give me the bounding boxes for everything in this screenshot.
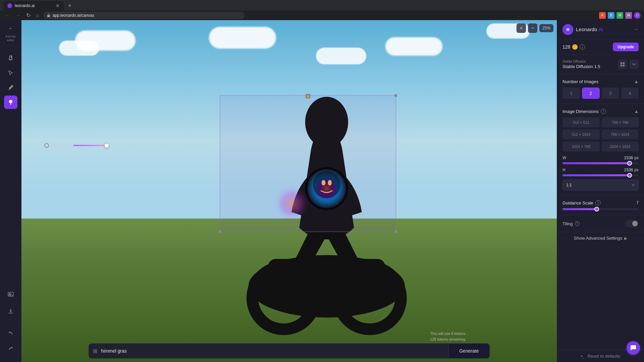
mask-slider-thumb[interactable] xyxy=(104,143,109,148)
cloud-4 xyxy=(316,48,366,64)
reset-defaults-label: Reset to defaults xyxy=(588,354,621,359)
chat-bubble-button[interactable] xyxy=(627,341,640,355)
dimensions-collapse[interactable]: ▲ xyxy=(634,109,639,114)
width-slider-fill xyxy=(562,162,630,164)
mask-slider-track[interactable] xyxy=(73,145,107,146)
undo-button[interactable] xyxy=(4,326,17,340)
logo-dot: .Ai xyxy=(597,26,603,32)
extension-icon-2[interactable]: B xyxy=(608,12,614,19)
profile-button[interactable]: U xyxy=(634,12,641,19)
svg-point-15 xyxy=(322,180,326,185)
width-slider-row: W 1536 px xyxy=(562,156,639,164)
svg-rect-19 xyxy=(621,62,622,64)
tiling-toggle[interactable] xyxy=(625,220,639,227)
dim-768x1024[interactable]: 768 × 1024 xyxy=(602,129,639,139)
extension-icon-1[interactable]: A xyxy=(599,12,606,19)
num-btn-4[interactable]: 4 xyxy=(621,87,639,99)
zoom-level[interactable]: 25% xyxy=(539,24,553,32)
inpaint-tool-button[interactable] xyxy=(4,96,17,109)
add-image-button[interactable] xyxy=(4,288,17,301)
model-dropdown-button[interactable] xyxy=(629,60,639,69)
svg-point-18 xyxy=(566,28,570,31)
dim-512x512[interactable]: 512 × 512 xyxy=(562,117,600,127)
dimensions-info-icon[interactable]: ? xyxy=(601,109,606,114)
prompt-input[interactable] xyxy=(101,344,448,358)
upgrade-button[interactable]: Upgrade xyxy=(613,43,639,51)
home-button[interactable]: ⌂ xyxy=(35,12,41,19)
generate-button[interactable]: Generate xyxy=(448,344,489,358)
exit-editor-button[interactable]: ← Exit the editor xyxy=(6,23,16,33)
num-images-grid: 1 2 3 4 xyxy=(562,87,639,99)
height-slider-thumb[interactable] xyxy=(627,173,632,178)
back-button[interactable]: ← xyxy=(3,12,11,19)
width-label-row: W 1536 px xyxy=(562,156,639,160)
select-tool-button[interactable] xyxy=(4,66,17,79)
refresh-button[interactable]: ↻ xyxy=(25,11,32,19)
width-slider-track[interactable] xyxy=(562,162,639,164)
guidance-title-row: Guidance Scale ? xyxy=(562,200,601,205)
cloud-3 xyxy=(209,27,276,49)
token-info-icon[interactable]: i xyxy=(580,44,585,50)
forward-button[interactable]: → xyxy=(14,12,22,19)
sidebar-tools xyxy=(4,48,17,169)
panel-header: Leonardo.Ai → xyxy=(557,20,644,39)
tab-title: leonardo.ai xyxy=(15,3,53,8)
address-bar: ← → ↻ ⌂ app.leonardo.ai/canvas A B M W U xyxy=(0,10,644,20)
height-value: 1536 xyxy=(624,168,633,172)
height-label: H xyxy=(562,168,566,172)
aspect-ratio-select[interactable]: 1:1 xyxy=(562,180,639,190)
dim-768x768[interactable]: 768 × 768 xyxy=(602,117,639,127)
num-btn-2[interactable]: 2 xyxy=(582,87,599,99)
num-btn-1[interactable]: 1 xyxy=(562,87,580,99)
extension-icon-4[interactable]: W xyxy=(625,12,632,19)
active-tab[interactable]: leonardo.ai ✕ xyxy=(3,1,64,10)
panel-collapse-button[interactable]: → xyxy=(633,26,639,33)
token-coin-icon xyxy=(572,44,578,50)
dimensions-title-row: Image Dimensions ? xyxy=(562,109,606,114)
guidance-slider-thumb[interactable] xyxy=(594,207,599,212)
url-bar[interactable]: app.leonardo.ai/canvas xyxy=(43,12,245,19)
zoom-out-button[interactable]: − xyxy=(528,23,537,33)
tab-close-button[interactable]: ✕ xyxy=(56,3,60,8)
advanced-settings-row[interactable]: Show Advanced Settings ▶ xyxy=(557,232,644,244)
browser-chrome: leonardo.ai ✕ + ← → ↻ ⌂ app.leonardo.ai/… xyxy=(0,0,644,20)
tiling-row: Tiling ? xyxy=(562,220,639,227)
dim-512x1024[interactable]: 512 × 1024 xyxy=(562,129,600,139)
guidance-slider-track[interactable] xyxy=(562,208,639,210)
new-tab-button[interactable]: + xyxy=(65,1,74,10)
left-sidebar: ← Exit the editor Exit the editor xyxy=(0,20,21,362)
token-line1: This will use 8 tokens. xyxy=(430,331,466,337)
panel-header-actions: → xyxy=(633,26,639,33)
cloud-2 xyxy=(59,41,99,56)
hand-tool-button[interactable] xyxy=(4,51,17,65)
panel-logo-text: Leonardo.Ai xyxy=(576,26,603,33)
right-panel: Leonardo.Ai → 128 i Upgrade Stable Diffu… xyxy=(557,20,644,362)
panel-logo: Leonardo.Ai xyxy=(562,24,603,35)
canvas-area[interactable]: 🔒 Mask Only + − 25% This will use 8 toke… xyxy=(21,20,557,362)
model-label: Stable Diffusion xyxy=(562,60,600,63)
height-unit: px xyxy=(634,168,639,172)
num-images-collapse[interactable]: ▲ xyxy=(634,79,639,84)
exit-text: Exit the editor xyxy=(0,35,21,42)
redo-button[interactable] xyxy=(4,342,17,355)
dim-1024x768[interactable]: 1024 × 768 xyxy=(562,141,600,152)
guidance-info-icon[interactable]: ? xyxy=(595,200,601,205)
tiling-toggle-thumb xyxy=(632,221,638,226)
width-slider-thumb[interactable] xyxy=(627,161,632,166)
num-btn-3[interactable]: 3 xyxy=(602,87,619,99)
draw-tool-button[interactable] xyxy=(4,81,17,94)
dimensions-title: Image Dimensions xyxy=(562,109,599,114)
height-slider-track[interactable] xyxy=(562,174,639,176)
tiling-info-icon[interactable]: ? xyxy=(575,221,580,226)
dim-1024x1024[interactable]: 1024 × 1024 xyxy=(602,141,639,152)
download-button[interactable] xyxy=(4,304,17,318)
width-value: 1536 xyxy=(624,156,633,160)
tiling-left: Tiling ? xyxy=(562,221,580,226)
extension-icon-3[interactable]: M xyxy=(616,12,623,19)
zoom-in-button[interactable]: + xyxy=(517,23,526,33)
address-actions: A B M W U xyxy=(599,12,641,19)
canvas-content xyxy=(21,20,557,362)
model-icon-button[interactable] xyxy=(618,60,627,69)
svg-point-11 xyxy=(305,97,348,148)
mask-only-radio[interactable] xyxy=(44,143,49,148)
